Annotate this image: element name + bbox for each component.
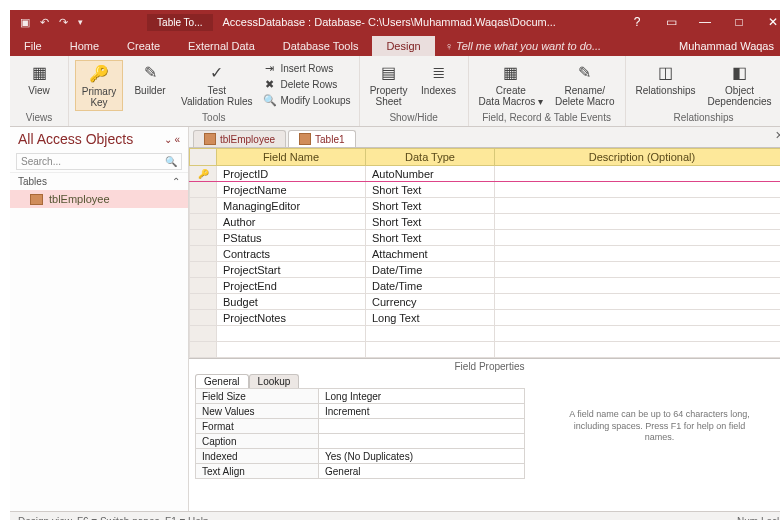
property-row[interactable]: New ValuesIncrement	[196, 404, 525, 419]
tab-create[interactable]: Create	[113, 36, 174, 56]
ribbon-button[interactable]: ≣Indexes	[416, 60, 462, 98]
window-title: AccessDatabase : Database- C:\Users\Muha…	[213, 16, 556, 28]
ribbon-icon: ▤	[378, 62, 400, 84]
table-icon	[299, 133, 311, 145]
col-data-type[interactable]: Data Type	[366, 149, 495, 166]
ribbon-button[interactable]: ✎Builder	[127, 60, 173, 98]
close-tab-button[interactable]: ✕	[775, 129, 780, 142]
search-icon: 🔍	[165, 156, 177, 167]
field-row[interactable]: ProjectEndDate/Time	[190, 278, 781, 294]
field-row[interactable]: BudgetCurrency	[190, 294, 781, 310]
document-area: tblEmployee Table1 ✕ Field Name Data Typ…	[189, 127, 780, 511]
field-row[interactable]: ProjectNameShort Text	[190, 182, 781, 198]
fp-tab-general[interactable]: General	[195, 374, 249, 388]
field-properties-heading: Field Properties	[189, 359, 780, 374]
redo-icon[interactable]: ↷	[59, 16, 68, 29]
tab-file[interactable]: File	[10, 36, 56, 56]
ribbon-button[interactable]: ✎Rename/Delete Macro	[551, 60, 618, 109]
ribbon-icon: ▦	[28, 62, 50, 84]
status-right: Num Lock	[737, 516, 780, 521]
ribbon-icon: 🔑	[88, 63, 110, 85]
design-grid[interactable]: Field Name Data Type Description (Option…	[189, 148, 780, 358]
ribbon-button[interactable]: ✖Delete Rows	[261, 76, 353, 92]
field-row[interactable]: ProjectNotesLong Text	[190, 310, 781, 326]
field-row[interactable]: ContractsAttachment	[190, 246, 781, 262]
document-tabs: tblEmployee Table1 ✕	[189, 127, 780, 148]
ribbon-group-label: Views	[16, 112, 62, 124]
property-row[interactable]: Text AlignGeneral	[196, 464, 525, 479]
doc-tab-tblemployee[interactable]: tblEmployee	[193, 130, 286, 147]
navigation-pane: All Access Objects⌄ « Search...🔍 Tables⌃…	[10, 127, 189, 511]
ribbon-button[interactable]: ▦View	[16, 60, 62, 98]
property-row[interactable]: Field SizeLong Integer	[196, 389, 525, 404]
restore-button[interactable]: ▭	[654, 10, 688, 34]
field-row[interactable]: PStatusShort Text	[190, 230, 781, 246]
status-bar: Design view. F6 = Switch panes. F1 = Hel…	[10, 511, 780, 520]
ribbon-icon: ✓	[206, 62, 228, 84]
nav-item-tblemployee[interactable]: tblEmployee	[10, 190, 188, 208]
ribbon-icon: ◫	[655, 62, 677, 84]
nav-title[interactable]: All Access Objects⌄ «	[10, 127, 188, 151]
ribbon-icon: ▦	[500, 62, 522, 84]
field-properties-pane: Field Properties General Lookup Field Si…	[189, 358, 780, 485]
col-field-name[interactable]: Field Name	[217, 149, 366, 166]
nav-search[interactable]: Search...🔍	[16, 153, 182, 170]
table-icon	[30, 194, 43, 205]
nav-section-tables[interactable]: Tables⌃	[10, 172, 188, 190]
ribbon-button[interactable]: ✓TestValidation Rules	[177, 60, 257, 109]
field-row[interactable]: ProjectStartDate/Time	[190, 262, 781, 278]
col-description[interactable]: Description (Optional)	[495, 149, 781, 166]
ribbon-group-label: Relationships	[632, 112, 776, 124]
field-row-empty[interactable]	[190, 342, 781, 358]
contextual-tab-label: Table To...	[147, 14, 212, 31]
ribbon-group: 🔑PrimaryKey✎Builder✓TestValidation Rules…	[69, 56, 360, 126]
save-icon[interactable]: ▣	[20, 16, 30, 29]
ribbon: ▦ViewViews🔑PrimaryKey✎Builder✓TestValida…	[10, 56, 780, 127]
field-hint-text: A field name can be up to 64 characters …	[535, 374, 780, 479]
doc-tab-table1[interactable]: Table1	[288, 130, 355, 147]
fp-tab-lookup[interactable]: Lookup	[249, 374, 300, 388]
property-row[interactable]: Caption	[196, 434, 525, 449]
ribbon-button[interactable]: ◫Relationships	[632, 60, 700, 98]
tab-design[interactable]: Design	[372, 36, 434, 56]
tab-external-data[interactable]: External Data	[174, 36, 269, 56]
field-row[interactable]: 🔑ProjectIDAutoNumber	[190, 166, 781, 182]
ribbon-button[interactable]: ⇥Insert Rows	[261, 60, 353, 76]
ribbon-button[interactable]: 🔍Modify Lookups	[261, 92, 353, 108]
title-bar: ▣ ↶ ↷ ▾ Table To... AccessDatabase : Dat…	[10, 10, 780, 34]
ribbon-group: ▦CreateData Macros ▾✎Rename/Delete Macro…	[469, 56, 626, 126]
maximize-button[interactable]: □	[722, 10, 756, 34]
ribbon-group-label: Show/Hide	[366, 112, 462, 124]
minimize-button[interactable]: —	[688, 10, 722, 34]
ribbon-group: ◫Relationships◧ObjectDependenciesRelatio…	[626, 56, 780, 126]
ribbon-icon: ✎	[574, 62, 596, 84]
qat-more-icon[interactable]: ▾	[78, 17, 83, 27]
field-row[interactable]: ManagingEditorShort Text	[190, 198, 781, 214]
ribbon-icon: ◧	[729, 62, 751, 84]
app-window: ▣ ↶ ↷ ▾ Table To... AccessDatabase : Dat…	[10, 10, 780, 520]
close-button[interactable]: ✕	[756, 10, 780, 34]
ribbon-button[interactable]: ◧ObjectDependencies	[704, 60, 776, 109]
ribbon-tabs: File Home Create External Data Database …	[10, 34, 780, 56]
chevron-down-icon[interactable]: ⌄ «	[164, 134, 180, 145]
tab-database-tools[interactable]: Database Tools	[269, 36, 373, 56]
ribbon-icon: ≣	[428, 62, 450, 84]
ribbon-group-label: Field, Record & Table Events	[475, 112, 619, 124]
property-row[interactable]: IndexedYes (No Duplicates)	[196, 449, 525, 464]
ribbon-group: ▤PropertySheet≣IndexesShow/Hide	[360, 56, 469, 126]
help-button[interactable]: ?	[620, 10, 654, 34]
table-icon	[204, 133, 216, 145]
tab-home[interactable]: Home	[56, 36, 113, 56]
account-name[interactable]: Muhammad Waqas	[663, 36, 780, 56]
property-row[interactable]: Format	[196, 419, 525, 434]
ribbon-button[interactable]: ▤PropertySheet	[366, 60, 412, 109]
tell-me-search[interactable]: ♀ Tell me what you want to do...	[435, 36, 611, 56]
field-row-empty[interactable]	[190, 326, 781, 342]
undo-icon[interactable]: ↶	[40, 16, 49, 29]
status-left: Design view. F6 = Switch panes. F1 = Hel…	[18, 516, 211, 521]
ribbon-button[interactable]: ▦CreateData Macros ▾	[475, 60, 547, 109]
ribbon-group: ▦ViewViews	[10, 56, 69, 126]
ribbon-button[interactable]: 🔑PrimaryKey	[75, 60, 123, 111]
field-row[interactable]: AuthorShort Text	[190, 214, 781, 230]
ribbon-icon: ✎	[139, 62, 161, 84]
